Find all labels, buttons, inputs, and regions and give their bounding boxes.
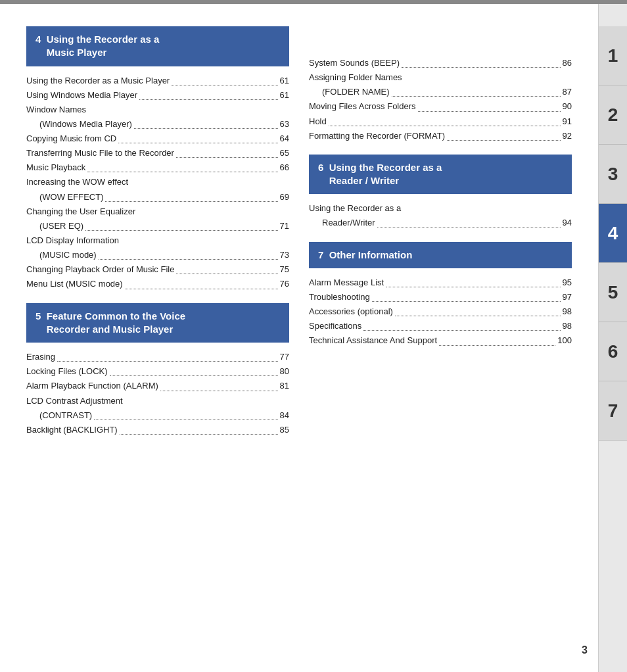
toc-item: Moving Files Across Folders 90 [309,100,572,113]
sidebar-tab-5[interactable]: 5 [599,263,628,322]
sidebar-tab-2[interactable]: 2 [599,85,628,145]
toc-item: Using Windows Media Player 61 [26,89,289,102]
dot-leader [392,96,561,97]
page-number: 3 [582,644,588,656]
toc-page: 61 [280,89,289,102]
dot-leader [363,330,560,331]
toc-item: Backlight (BACKLIGHT) 85 [26,423,289,437]
toc-item: Hold 91 [309,115,572,128]
toc-label: (CONTRAST) [39,409,92,422]
toc-item-indent: Reader/Writer 94 [309,216,572,229]
dot-leader [110,375,278,376]
section7-header: 7 Other Information [309,242,572,268]
dot-leader [418,111,561,112]
right-column: System Sounds (BEEP) 86 Assigning Folder… [309,26,572,646]
toc-item: Accessories (optional) 98 [309,305,572,318]
toc-label: LCD Display Information [26,235,119,245]
toc-item: System Sounds (BEEP) 86 [309,57,572,70]
section4-header: 4 Using the Recorder as a Music Player [26,26,289,66]
toc-page: 73 [280,249,289,262]
toc-label: Assigning Folder Names [309,72,402,82]
dot-leader [172,85,277,85]
toc-label: Technical Assistance And Support [309,334,437,347]
toc-item: Technical Assistance And Support 100 [309,334,572,347]
toc-page: 91 [563,115,572,128]
toc-item: Formatting the Recorder (FORMAT) 92 [309,130,572,143]
toc-item: Music Playback 66 [26,161,289,174]
toc-label: Formatting the Recorder (FORMAT) [309,130,445,143]
toc-item-indent: (WOW EFFECT) 69 [26,191,289,204]
toc-item: Changing the User Equalizer [26,205,289,218]
toc-item-indent: (USER EQ) 71 [26,220,289,233]
dot-leader [57,361,277,362]
toc-label: Reader/Writer [322,216,375,229]
sidebar-tab-4[interactable]: 4 [599,204,628,263]
toc-page: 98 [563,305,572,318]
section7-items: Alarm Message List 95 Troubleshooting 97… [309,276,572,348]
dot-leader [372,301,561,302]
toc-label: Music Playback [26,161,85,174]
dot-leader [176,157,278,158]
toc-page: 81 [280,379,289,393]
toc-label: Using the Recorder as a Music Player [26,74,170,87]
toc-page: 69 [280,191,289,204]
toc-page: 92 [563,130,572,143]
sidebar-tab-1[interactable]: 1 [599,26,628,85]
toc-label: Accessories (optional) [309,305,393,318]
main-content: 4 Using the Recorder as a Music Player U… [0,0,598,672]
section6-header: 6 Using the Recorder as a Reader / Write… [309,155,572,195]
toc-page: 77 [280,350,289,364]
toc-label: Alarm Playback Function (ALARM) [26,379,158,393]
toc-item-indent: (FOLDER NAME) 87 [309,85,572,99]
dot-leader [395,316,561,316]
toc-page: 86 [563,57,572,70]
toc-item: Using the Recorder as a [309,202,572,215]
section5-header: 5 Feature Common to the Voice Recorder a… [26,303,289,343]
toc-item: Troubleshooting 97 [309,291,572,304]
toc-item: Transferring Music File to the Recorder … [26,147,289,160]
toc-item-indent: (Windows Media Player) 63 [26,118,289,131]
section6-items: Using the Recorder as a Reader/Writer 94 [309,202,572,229]
dot-leader [439,345,555,346]
toc-page: 98 [563,320,572,333]
dot-leader [402,67,561,68]
toc-item: Specifications 98 [309,320,572,333]
dot-leader [120,434,278,435]
toc-page: 71 [280,220,289,233]
dot-leader [87,172,277,172]
toc-page: 87 [563,85,572,99]
toc-label: (USER EQ) [39,220,83,233]
toc-page: 85 [280,423,289,437]
toc-item: Alarm Playback Function (ALARM) 81 [26,379,289,393]
sidebar-tab-6[interactable]: 6 [599,322,628,381]
toc-item: Changing Playback Order of Music File 75 [26,263,289,276]
toc-page: 76 [280,277,289,291]
toc-item-indent: (MUSIC mode) 73 [26,249,289,262]
toc-label: Specifications [309,320,361,333]
sidebar-tab-7[interactable]: 7 [599,381,628,441]
section5-items: Erasing 77 Locking Files (LOCK) 80 Alarm… [26,350,289,437]
toc-page: 65 [280,147,289,160]
sidebar-tab-3[interactable]: 3 [599,145,628,204]
toc-item: Assigning Folder Names [309,71,572,84]
toc-label: Changing Playback Order of Music File [26,263,174,276]
toc-label: Changing the User Equalizer [26,206,135,216]
dot-leader [125,289,278,289]
toc-label: (WOW EFFECT) [39,191,103,204]
toc-page: 97 [563,291,572,304]
toc-label: Window Names [26,105,86,114]
toc-label: (MUSIC mode) [39,249,97,262]
toc-item: Alarm Message List 95 [309,276,572,289]
toc-page: 90 [563,100,572,113]
right-sidebar: 1 2 3 4 5 6 7 [598,0,627,672]
toc-page: 80 [280,365,289,378]
toc-item: Erasing 77 [26,350,289,364]
toc-item: Increasing the WOW effect [26,176,289,189]
toc-item: Locking Files (LOCK) 80 [26,365,289,378]
toc-label: Troubleshooting [309,291,370,304]
toc-page: 75 [280,263,289,276]
toc-label: (Windows Media Player) [39,118,132,131]
toc-label: Hold [309,115,327,128]
dot-leader [118,143,277,143]
dot-leader [85,230,277,231]
